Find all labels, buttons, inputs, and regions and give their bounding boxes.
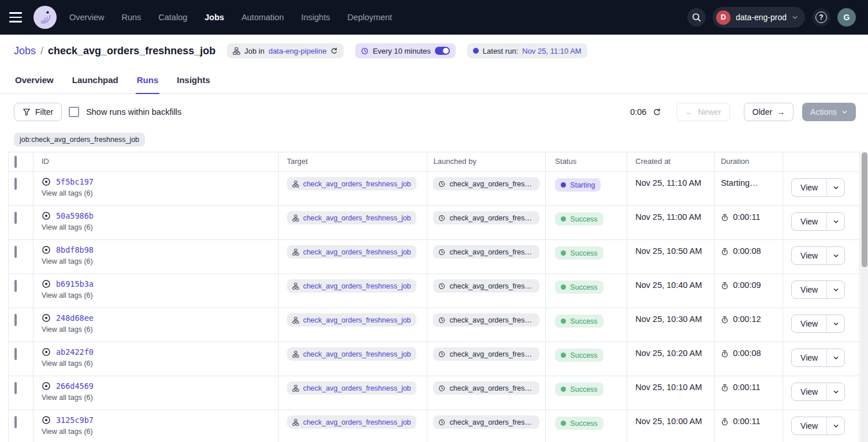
view-all-tags-link[interactable]: View all tags (6) (42, 325, 270, 334)
launched-by-pill[interactable]: check_avg_orders_freshn… (433, 415, 539, 429)
run-id-link[interactable]: 248d68ee (56, 313, 94, 323)
view-button[interactable]: View (792, 417, 827, 434)
view-button[interactable]: View (792, 247, 827, 264)
search-button[interactable] (687, 8, 706, 27)
view-dropdown-caret[interactable] (827, 417, 844, 434)
target-pill[interactable]: check_avg_orders_freshness_job (287, 211, 416, 224)
select-all-checkbox[interactable] (14, 156, 17, 168)
job-filter-tag[interactable]: job:check_avg_orders_freshness_job (14, 133, 145, 147)
row-checkbox[interactable] (14, 178, 17, 190)
target-pill[interactable]: check_avg_orders_freshness_job (287, 415, 416, 429)
backfills-checkbox[interactable] (69, 107, 79, 117)
run-id-link[interactable]: 8bdf8b98 (56, 245, 94, 254)
filter-button[interactable]: Filter (14, 103, 62, 121)
refresh-icon[interactable] (653, 108, 661, 117)
view-dropdown-caret[interactable] (827, 349, 844, 366)
vertical-scrollbar[interactable] (860, 152, 868, 442)
workspace-switcher[interactable]: D data-eng-prod (713, 7, 805, 28)
runs-table: ID Target Launched by Status Created at … (8, 152, 860, 442)
target-pill[interactable]: check_avg_orders_freshness_job (287, 245, 416, 259)
view-button[interactable]: View (792, 315, 827, 332)
view-button[interactable]: View (792, 213, 827, 230)
latest-run-link[interactable]: Nov 25, 11:10 AM (522, 47, 581, 55)
view-dropdown-caret[interactable] (827, 179, 844, 196)
launched-by-pill[interactable]: check_avg_orders_freshn… (433, 211, 539, 224)
nav-catalog[interactable]: Catalog (158, 13, 187, 22)
created-at: Nov 25, 10:30 AM (635, 314, 702, 324)
newer-button[interactable]: ← Newer (676, 103, 729, 121)
refresh-countdown: 0:06 (630, 107, 646, 117)
tab-launchpad[interactable]: Launchpad (71, 73, 120, 93)
row-checkbox[interactable] (14, 280, 17, 292)
view-all-tags-link[interactable]: View all tags (6) (42, 291, 270, 299)
nav-deployment[interactable]: Deployment (347, 13, 392, 22)
view-all-tags-link[interactable]: View all tags (6) (42, 189, 270, 197)
run-id-link[interactable]: 5f5bc197 (56, 177, 94, 186)
view-dropdown-caret[interactable] (827, 247, 844, 264)
backfills-label: Show runs within backfills (86, 107, 181, 117)
actions-button[interactable]: Actions (802, 103, 856, 121)
view-dropdown-caret[interactable] (827, 315, 844, 332)
view-button[interactable]: View (792, 349, 827, 366)
user-avatar[interactable]: G (837, 8, 856, 27)
created-at: Nov 25, 10:00 AM (635, 417, 702, 426)
pipeline-link[interactable]: data-eng-pipeline (269, 47, 326, 55)
launched-by-pill[interactable]: check_avg_orders_freshn… (433, 381, 539, 395)
run-id-link[interactable]: ab2422f0 (56, 347, 94, 357)
nav-overview[interactable]: Overview (69, 13, 104, 22)
launched-by-pill[interactable]: check_avg_orders_freshn… (433, 177, 539, 190)
launched-by-pill[interactable]: check_avg_orders_freshn… (433, 313, 539, 327)
top-navigation-bar: Overview Runs Catalog Jobs Automation In… (0, 0, 868, 35)
view-button[interactable]: View (792, 383, 827, 400)
reload-icon[interactable] (330, 47, 338, 55)
view-button[interactable]: View (792, 179, 827, 196)
view-all-tags-link[interactable]: View all tags (6) (42, 428, 270, 436)
target-pill[interactable]: check_avg_orders_freshness_job (287, 279, 416, 293)
nav-jobs[interactable]: Jobs (204, 13, 224, 22)
view-all-tags-link[interactable]: View all tags (6) (42, 359, 270, 368)
nav-insights[interactable]: Insights (301, 13, 330, 22)
run-target-icon (42, 313, 51, 323)
row-checkbox[interactable] (14, 246, 17, 258)
target-pill[interactable]: check_avg_orders_freshness_job (287, 177, 416, 190)
view-button[interactable]: View (792, 281, 827, 298)
help-button[interactable]: ? (812, 8, 830, 27)
header-duration: Duration (715, 152, 783, 171)
launched-by-pill[interactable]: check_avg_orders_freshn… (433, 347, 539, 361)
run-status-dot (473, 48, 479, 54)
view-all-tags-link[interactable]: View all tags (6) (42, 257, 270, 265)
table-row: 248d68ee View all tags (6) check_avg_ord… (9, 308, 860, 342)
tab-runs[interactable]: Runs (136, 73, 160, 94)
row-checkbox[interactable] (14, 212, 17, 224)
nav-automation[interactable]: Automation (241, 13, 284, 22)
row-checkbox[interactable] (14, 416, 17, 428)
tab-insights[interactable]: Insights (176, 73, 211, 93)
view-split-button: View (791, 417, 845, 435)
run-id-link[interactable]: b6915b3a (56, 279, 94, 289)
view-dropdown-caret[interactable] (827, 281, 844, 298)
target-pill[interactable]: check_avg_orders_freshness_job (287, 313, 416, 327)
row-checkbox[interactable] (14, 382, 17, 394)
breadcrumb-jobs-link[interactable]: Jobs (14, 45, 36, 57)
run-id-link[interactable]: 3125c9b7 (56, 415, 94, 425)
scrollbar-thumb[interactable] (862, 152, 867, 267)
target-pill[interactable]: check_avg_orders_freshness_job (287, 347, 416, 361)
run-id-link[interactable]: 266d4569 (56, 381, 94, 391)
hamburger-menu-icon[interactable] (9, 9, 27, 26)
view-all-tags-link[interactable]: View all tags (6) (42, 223, 270, 231)
schedule-toggle[interactable] (435, 47, 450, 55)
run-id-link[interactable]: 50a5986b (56, 211, 94, 220)
row-checkbox[interactable] (14, 348, 17, 360)
view-dropdown-caret[interactable] (827, 383, 844, 400)
status-dot (561, 182, 566, 188)
view-dropdown-caret[interactable] (827, 213, 844, 230)
launched-by-pill[interactable]: check_avg_orders_freshn… (433, 279, 539, 293)
view-all-tags-link[interactable]: View all tags (6) (42, 394, 270, 402)
row-checkbox[interactable] (14, 314, 17, 326)
arrow-right-icon: → (777, 107, 785, 117)
launched-by-pill[interactable]: check_avg_orders_freshn… (433, 245, 539, 259)
tab-overview[interactable]: Overview (14, 73, 55, 93)
target-pill[interactable]: check_avg_orders_freshness_job (287, 381, 416, 395)
older-button[interactable]: Older → (744, 103, 794, 121)
nav-runs[interactable]: Runs (121, 13, 141, 22)
